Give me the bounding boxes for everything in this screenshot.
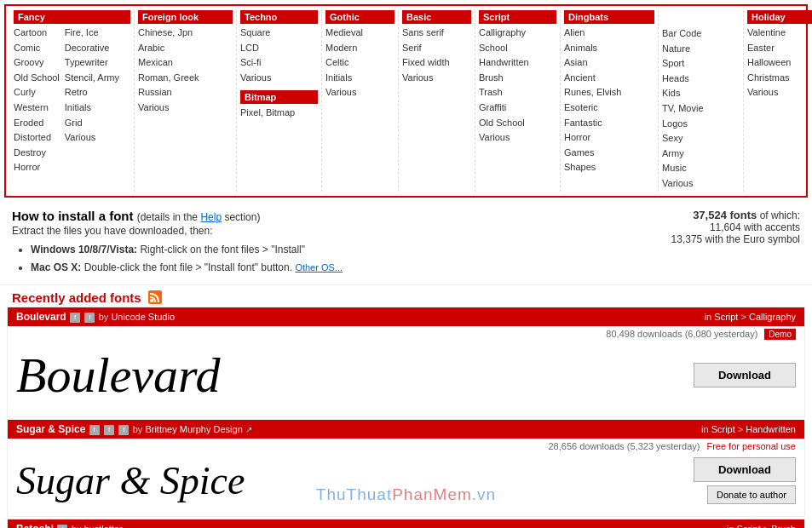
nav-link[interactable]: Eroded bbox=[14, 118, 43, 128]
nav-link[interactable]: School bbox=[479, 43, 508, 53]
nav-link[interactable]: Alien bbox=[564, 27, 585, 37]
nav-link[interactable]: Fantastic bbox=[564, 118, 602, 128]
nav-link[interactable]: Graffiti bbox=[479, 102, 506, 112]
nav-link[interactable]: Arabic bbox=[138, 43, 164, 53]
nav-link[interactable]: Valentine bbox=[747, 27, 786, 37]
nav-header-basic[interactable]: Basic bbox=[402, 10, 471, 24]
rss-icon[interactable] bbox=[148, 290, 162, 304]
nav-link[interactable]: Chinese, Jpn bbox=[138, 27, 193, 37]
nav-link[interactable]: Kids bbox=[662, 88, 680, 98]
font-card-header-batoshi: Batoshi f by hustletter in Script > Brus… bbox=[8, 519, 804, 528]
nav-link[interactable]: Grid bbox=[65, 118, 83, 128]
sugar-download-button[interactable]: Download bbox=[694, 457, 796, 482]
sugar-author-link[interactable]: Brittney Murphy Design bbox=[145, 424, 242, 434]
nav-link[interactable]: Sci-fi bbox=[240, 57, 261, 67]
nav-link[interactable]: Various bbox=[325, 87, 356, 97]
nav-link[interactable]: Decorative bbox=[65, 43, 110, 53]
nav-link[interactable]: Distorted bbox=[14, 132, 51, 142]
nav-link[interactable]: Halloween bbox=[747, 57, 791, 67]
boulevard-download-button[interactable]: Download bbox=[694, 363, 796, 387]
nav-link[interactable]: Asian bbox=[564, 57, 588, 67]
nav-link[interactable]: Medieval bbox=[325, 27, 363, 37]
sugar-link[interactable]: Sugar & Spice bbox=[16, 423, 85, 435]
nav-header-dingbats[interactable]: Dingbats bbox=[564, 10, 654, 24]
nav-link[interactable]: Old School bbox=[479, 118, 525, 128]
nav-link[interactable]: Modern bbox=[325, 43, 357, 53]
nav-link[interactable]: Music bbox=[662, 163, 687, 173]
nav-link[interactable]: Serif bbox=[402, 43, 422, 53]
nav-link[interactable]: Various bbox=[747, 87, 778, 97]
nav-link[interactable]: Mexican bbox=[138, 57, 173, 67]
other-os-link[interactable]: Other OS... bbox=[295, 262, 343, 273]
nav-link[interactable]: Army bbox=[662, 148, 684, 158]
nav-link[interactable]: Various bbox=[240, 72, 271, 83]
nav-link[interactable]: Comic bbox=[14, 43, 40, 53]
nav-link[interactable]: Various bbox=[138, 102, 169, 112]
boulevard-author-link[interactable]: Unicode Studio bbox=[111, 312, 175, 322]
nav-header-gothic[interactable]: Gothic bbox=[325, 10, 394, 24]
nav-link[interactable]: Esoteric bbox=[564, 102, 598, 112]
brush-link[interactable]: Brush bbox=[771, 524, 796, 528]
nav-link[interactable]: Trash bbox=[479, 87, 503, 97]
nav-link[interactable]: Square bbox=[240, 27, 270, 37]
nav-link[interactable]: Roman, Greek bbox=[138, 72, 199, 83]
nav-header-fancy[interactable]: Fancy bbox=[14, 10, 130, 24]
nav-link[interactable]: Initials bbox=[65, 102, 91, 112]
nav-link[interactable]: Typewriter bbox=[65, 57, 108, 67]
script-link2[interactable]: Script bbox=[711, 424, 735, 434]
nav-link[interactable]: Shapes bbox=[564, 162, 596, 172]
nav-link[interactable]: Nature bbox=[662, 43, 690, 54]
nav-link[interactable]: Celtic bbox=[325, 57, 349, 67]
nav-link[interactable]: Curly bbox=[14, 87, 36, 97]
nav-link[interactable]: Brush bbox=[479, 72, 504, 83]
nav-header-holiday[interactable]: Holiday bbox=[747, 10, 812, 24]
nav-link[interactable]: Animals bbox=[564, 43, 597, 53]
nav-link[interactable]: Stencil, Army bbox=[65, 72, 119, 83]
nav-link[interactable]: Ancient bbox=[564, 72, 596, 83]
nav-link[interactable]: Bar Code bbox=[662, 28, 701, 38]
calligraphy-link[interactable]: Calligraphy bbox=[749, 312, 796, 322]
nav-link[interactable]: Runes, Elvish bbox=[564, 87, 621, 97]
nav-header-techno[interactable]: Techno bbox=[240, 10, 318, 24]
nav-link[interactable]: Various bbox=[65, 132, 95, 142]
nav-link[interactable]: Horror bbox=[14, 162, 40, 172]
nav-link[interactable]: Logos bbox=[662, 118, 688, 129]
batoshi-author-link[interactable]: hustletter bbox=[84, 524, 122, 528]
nav-link[interactable]: Groovy bbox=[14, 57, 43, 67]
boulevard-link[interactable]: Boulevard bbox=[16, 311, 66, 323]
nav-link[interactable]: Fixed width bbox=[402, 57, 450, 67]
nav-link[interactable]: TV, Movie bbox=[662, 103, 704, 113]
nav-link[interactable]: Initials bbox=[325, 72, 352, 83]
nav-header-foreign[interactable]: Foreign look bbox=[138, 10, 233, 24]
script-link[interactable]: Script bbox=[714, 312, 738, 322]
nav-link[interactable]: Western bbox=[14, 102, 49, 112]
nav-link[interactable]: Calligraphy bbox=[479, 27, 526, 37]
donate-button[interactable]: Donate to author bbox=[707, 485, 796, 504]
handwritten-link[interactable]: Handwritten bbox=[746, 424, 796, 434]
nav-link[interactable]: Horror bbox=[564, 132, 590, 142]
nav-link[interactable]: Games bbox=[564, 147, 594, 158]
nav-link[interactable]: Handwritten bbox=[479, 57, 529, 67]
nav-link[interactable]: Old School bbox=[14, 72, 60, 83]
nav-link[interactable]: Sport bbox=[662, 58, 684, 68]
nav-link[interactable]: LCD bbox=[240, 43, 259, 53]
nav-link[interactable]: Retro bbox=[65, 87, 88, 97]
nav-link[interactable]: Destroy bbox=[14, 147, 46, 158]
help-link[interactable]: Help bbox=[200, 211, 222, 223]
nav-link[interactable]: Sans serif bbox=[402, 27, 444, 37]
script-link3[interactable]: Script bbox=[737, 524, 761, 528]
nav-link[interactable]: Heads bbox=[662, 73, 689, 83]
nav-header-bitmap[interactable]: Bitmap bbox=[240, 90, 318, 104]
nav-link[interactable]: Various bbox=[662, 178, 693, 188]
nav-link[interactable]: Fire, Ice bbox=[65, 27, 99, 37]
nav-link[interactable]: Cartoon bbox=[14, 27, 47, 37]
nav-link[interactable]: Pixel, Bitmap bbox=[240, 107, 295, 118]
nav-link[interactable]: Various bbox=[402, 72, 433, 83]
nav-link[interactable]: Christmas bbox=[747, 72, 790, 83]
batoshi-link[interactable]: Batoshi bbox=[16, 523, 54, 528]
nav-header-script[interactable]: Script bbox=[479, 10, 556, 24]
nav-link[interactable]: Sexy bbox=[662, 133, 682, 143]
nav-link[interactable]: Various bbox=[479, 132, 510, 142]
nav-link[interactable]: Russian bbox=[138, 87, 172, 97]
nav-link[interactable]: Easter bbox=[747, 43, 775, 53]
